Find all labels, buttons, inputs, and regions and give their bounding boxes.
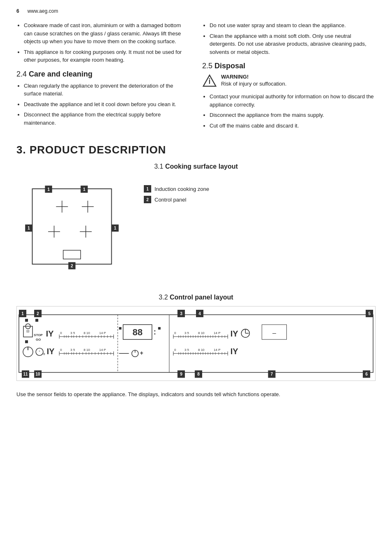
- control-panel-section: 1 2 3 4 5 ⊟ STOP GO IY 0 3 5 8 10 14 P: [16, 306, 376, 382]
- svg-text:0: 0: [174, 348, 176, 352]
- svg-text:0: 0: [60, 348, 62, 352]
- page-number: 6: [16, 8, 19, 14]
- svg-text:14 P: 14 P: [99, 348, 106, 352]
- section-3-2-heading: 3.2 Control panel layout: [16, 294, 376, 301]
- list-item: Contact your municipal authority for inf…: [210, 93, 376, 109]
- section-3-title: 3. PRODUCT DESCRIPTION: [16, 144, 376, 156]
- svg-text:1: 1: [114, 225, 116, 230]
- left-top-bullets: Cookware made of cast iron, aluminium or…: [24, 21, 190, 64]
- svg-text:1: 1: [47, 187, 50, 192]
- svg-text:14 P: 14 P: [214, 331, 220, 335]
- svg-text:2: 2: [37, 311, 39, 316]
- svg-text:–: –: [272, 329, 276, 337]
- svg-text:8   10: 8 10: [198, 331, 205, 335]
- svg-text:3  5: 3 5: [184, 331, 189, 335]
- section-2-5-bullets: Contact your municipal authority for inf…: [210, 93, 376, 130]
- cooktop-diagram: 1 1 1 1 2: [16, 177, 127, 281]
- svg-rect-71: [158, 327, 161, 330]
- list-item: Clean the appliance with a moist soft cl…: [210, 32, 376, 56]
- svg-rect-20: [63, 250, 81, 259]
- svg-text:8: 8: [43, 352, 45, 356]
- warning-icon: !: [202, 74, 217, 88]
- warning-box: ! WARNING! Risk of injury or suffocation…: [202, 74, 376, 88]
- svg-rect-23: [19, 315, 373, 372]
- svg-text:11: 11: [23, 372, 28, 376]
- svg-text:14 P: 14 P: [214, 348, 220, 352]
- svg-text:10: 10: [36, 372, 41, 376]
- list-item: Cut off the mains cable and discard it.: [210, 122, 376, 130]
- svg-text:3: 3: [180, 311, 182, 316]
- svg-rect-3: [32, 189, 112, 264]
- section-3-1-heading: 3.1 Cooking surface layout: [16, 163, 376, 170]
- svg-rect-34: [25, 319, 28, 322]
- cooking-surface-section: 1 1 1 1 2: [16, 177, 376, 281]
- cooktop-svg: 1 1 1 1 2: [16, 177, 127, 280]
- section-2-4-bullets: Clean regularly the appliance to prevent…: [24, 82, 190, 127]
- list-item: Deactivate the appliance and let it cool…: [24, 100, 190, 109]
- legend-badge-1: 1: [144, 185, 151, 193]
- svg-text:IY: IY: [46, 329, 54, 338]
- svg-text:7: 7: [271, 372, 273, 376]
- svg-text:4: 4: [198, 311, 201, 316]
- right-top-bullets: Do not use water spray and steam to clea…: [210, 21, 376, 56]
- svg-text::: :: [154, 328, 156, 336]
- footer-note: Use the sensor fields to operate the app…: [16, 390, 376, 399]
- diagram-legend: 1 Induction cooking zone 2 Control panel: [144, 177, 209, 203]
- svg-text:3  5: 3 5: [70, 331, 75, 335]
- list-item: Clean regularly the appliance to prevent…: [24, 82, 190, 98]
- svg-text:14 P: 14 P: [99, 331, 106, 335]
- svg-text:IY: IY: [231, 347, 239, 356]
- svg-text:88: 88: [132, 327, 143, 337]
- legend-item-2: 2 Control panel: [144, 196, 209, 203]
- svg-text:IY: IY: [47, 347, 55, 356]
- svg-text:1: 1: [28, 225, 30, 230]
- list-item: Disconnect the appliance from the electr…: [24, 111, 190, 127]
- svg-text:GO: GO: [36, 338, 41, 341]
- svg-text:3  5: 3 5: [70, 348, 75, 352]
- svg-text:3  5: 3 5: [184, 348, 189, 352]
- list-item: This appliance is for cooking purposes o…: [24, 48, 190, 64]
- control-panel-svg: 1 2 3 4 5 ⊟ STOP GO IY 0 3 5 8 10 14 P: [16, 306, 376, 381]
- svg-text:8: 8: [197, 372, 200, 376]
- svg-text:6: 6: [365, 372, 368, 376]
- warning-text: WARNING! Risk of injury or suffocation.: [221, 74, 286, 87]
- svg-text:1: 1: [83, 187, 85, 192]
- svg-text:5: 5: [368, 311, 371, 316]
- svg-text:IY: IY: [231, 329, 239, 338]
- section-2-4-heading: 2.4 Care and cleaning: [16, 70, 190, 79]
- svg-text:1: 1: [21, 311, 24, 316]
- svg-text:8   10: 8 10: [83, 348, 90, 352]
- warning-label: WARNING!: [221, 74, 286, 80]
- svg-text:0: 0: [174, 331, 176, 335]
- legend-label-2: Control panel: [154, 197, 186, 203]
- svg-text:+: +: [140, 350, 143, 356]
- two-column-section: Cookware made of cast iron, aluminium or…: [16, 21, 376, 134]
- svg-text:2: 2: [71, 263, 73, 268]
- left-column: Cookware made of cast iron, aluminium or…: [16, 21, 190, 134]
- svg-text:°: °: [39, 350, 40, 354]
- right-column: Do not use water spray and steam to clea…: [202, 21, 376, 134]
- list-item: Do not use water spray and steam to clea…: [210, 21, 376, 30]
- svg-text:8   10: 8 10: [83, 331, 90, 335]
- section-2-5-heading: 2.5 Disposal: [202, 62, 376, 70]
- list-item: Cookware made of cast iron, aluminium or…: [24, 21, 190, 46]
- page-header: 6 www.aeg.com: [16, 8, 376, 14]
- svg-point-1: [209, 78, 210, 79]
- svg-rect-38: [25, 340, 28, 343]
- svg-text:STOP: STOP: [34, 333, 43, 337]
- warning-description: Risk of injury or suffocation.: [221, 81, 286, 87]
- list-item: Disconnect the appliance from the mains …: [210, 111, 376, 119]
- svg-text:9: 9: [180, 372, 182, 376]
- svg-text:0: 0: [60, 331, 62, 335]
- svg-text:⊟: ⊟: [26, 329, 30, 333]
- svg-rect-67: [119, 327, 122, 330]
- legend-item-1: 1 Induction cooking zone: [144, 185, 209, 193]
- site-url: www.aeg.com: [28, 8, 58, 14]
- svg-text:8   10: 8 10: [198, 348, 205, 352]
- svg-rect-39: [35, 319, 38, 322]
- legend-badge-2: 2: [144, 196, 151, 203]
- legend-label-1: Induction cooking zone: [154, 186, 209, 192]
